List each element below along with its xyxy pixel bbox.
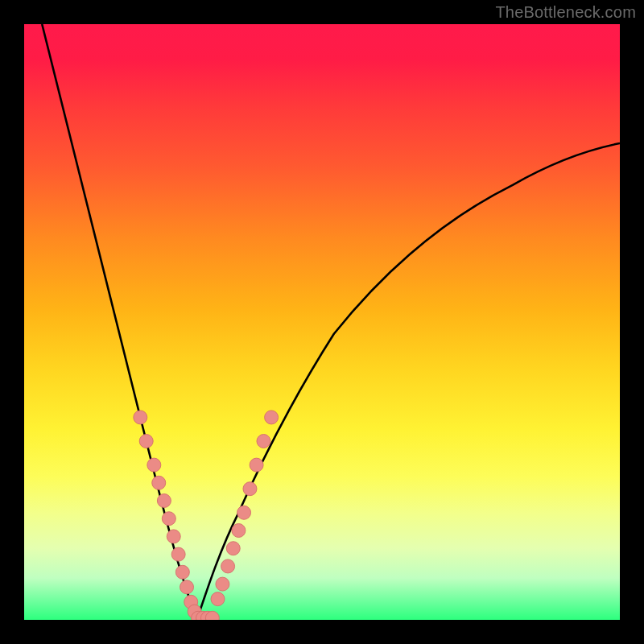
svg-point-1	[139, 434, 153, 448]
svg-point-19	[226, 542, 240, 555]
svg-point-24	[257, 434, 270, 448]
svg-point-5	[162, 512, 175, 526]
svg-point-17	[216, 577, 229, 591]
markers-left	[134, 411, 201, 618]
svg-point-7	[171, 547, 185, 561]
plot-area	[24, 24, 620, 620]
curve-right-branch	[197, 143, 620, 620]
svg-point-16	[211, 592, 225, 606]
chart-svg	[24, 24, 620, 620]
svg-point-8	[175, 565, 189, 579]
svg-point-3	[152, 476, 166, 489]
svg-point-4	[157, 493, 171, 507]
watermark-text: TheBottleneck.com	[495, 3, 636, 22]
svg-point-2	[147, 458, 161, 472]
svg-point-25	[265, 411, 279, 424]
svg-point-6	[167, 530, 180, 543]
svg-point-22	[243, 482, 257, 496]
markers-right	[211, 411, 279, 606]
svg-point-20	[232, 523, 246, 537]
svg-point-23	[250, 458, 263, 472]
svg-point-0	[134, 411, 147, 424]
svg-point-9	[180, 580, 194, 594]
markers-bottom	[192, 611, 220, 620]
svg-point-21	[237, 506, 251, 519]
chart-container: TheBottleneck.com	[0, 0, 644, 644]
svg-point-18	[221, 559, 235, 573]
